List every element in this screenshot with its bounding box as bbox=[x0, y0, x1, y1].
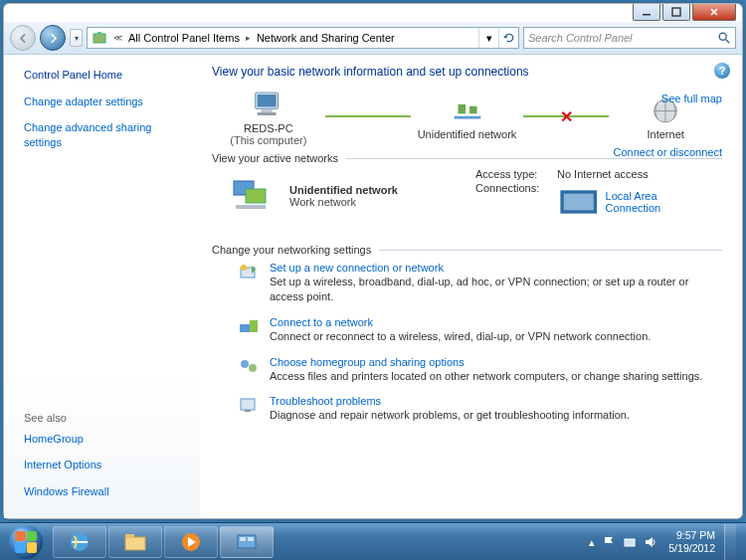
svg-point-20 bbox=[249, 364, 257, 372]
svg-point-19 bbox=[241, 360, 249, 368]
option-homegroup-desc: Access files and printers located on oth… bbox=[270, 369, 702, 384]
back-button[interactable] bbox=[10, 25, 36, 51]
option-connect-link[interactable]: Connect to a network bbox=[270, 316, 651, 328]
system-tray: ▴ 9:57 PM 5/19/2012 bbox=[589, 524, 740, 560]
svg-rect-30 bbox=[625, 539, 635, 546]
svg-rect-21 bbox=[241, 399, 255, 410]
node-this-pc[interactable]: REDS-PC (This computer) bbox=[212, 87, 325, 146]
svg-rect-12 bbox=[246, 189, 266, 203]
option-connect-desc: Connect or reconnect to a wireless, wire… bbox=[270, 329, 651, 344]
taskbar: ▴ 9:57 PM 5/19/2012 bbox=[0, 522, 746, 560]
setup-icon bbox=[238, 262, 260, 283]
network-name: Unidentified network bbox=[289, 184, 398, 196]
svg-rect-8 bbox=[458, 103, 466, 113]
see-also-internet-options[interactable]: Internet Options bbox=[24, 458, 188, 471]
svg-rect-7 bbox=[257, 112, 276, 115]
see-also-firewall[interactable]: Windows Firewall bbox=[24, 484, 188, 498]
see-full-map-link[interactable]: See full map bbox=[661, 93, 722, 104]
option-homegroup-link[interactable]: Choose homegroup and sharing options bbox=[270, 356, 702, 368]
crumb-current[interactable]: Network and Sharing Center bbox=[253, 28, 399, 48]
svg-rect-17 bbox=[240, 324, 250, 332]
see-also-homegroup[interactable]: HomeGroup bbox=[24, 432, 188, 446]
content-body: Control Panel Home Change adapter settin… bbox=[4, 55, 742, 518]
window-frame: ▾ ≪ All Control Panel Items ▸ Network an… bbox=[3, 3, 743, 519]
show-desktop-button[interactable] bbox=[724, 524, 736, 560]
minimize-button[interactable] bbox=[633, 4, 660, 21]
search-icon bbox=[717, 31, 731, 45]
taskbar-control-panel[interactable] bbox=[220, 526, 274, 558]
svg-rect-1 bbox=[93, 34, 105, 43]
main-panel: ? View your basic network information an… bbox=[200, 55, 742, 518]
active-network-box: Unidentified network Work network Access… bbox=[212, 164, 722, 234]
option-setup-desc: Set up a wireless, broadband, dial-up, a… bbox=[270, 275, 722, 304]
connection-link[interactable]: Local Area Connection bbox=[556, 182, 714, 222]
node-internet-label: Internet bbox=[609, 128, 722, 140]
taskbar-ie[interactable] bbox=[53, 526, 106, 558]
connection-name: Local Area Connection bbox=[606, 190, 714, 214]
option-troubleshoot-desc: Diagnose and repair network problems, or… bbox=[270, 408, 630, 423]
connection-good bbox=[325, 115, 411, 117]
section-active-label: View your active networks bbox=[212, 152, 338, 164]
clock[interactable]: 9:57 PM 5/19/2012 bbox=[668, 529, 715, 553]
tray-show-hidden[interactable]: ▴ bbox=[589, 536, 595, 548]
connections-key: Connections: bbox=[475, 182, 556, 222]
lan-icon bbox=[556, 182, 601, 222]
addr-dropdown[interactable]: ▾ bbox=[478, 28, 498, 48]
svg-rect-0 bbox=[672, 8, 680, 16]
option-setup-connection: Set up a new connection or network Set u… bbox=[238, 262, 722, 304]
svg-rect-14 bbox=[562, 192, 595, 212]
taskbar-explorer[interactable] bbox=[108, 526, 162, 558]
crumb-prev[interactable]: All Control Panel Items bbox=[124, 28, 244, 48]
network-name-block[interactable]: Unidentified network Work network bbox=[289, 184, 398, 208]
svg-rect-5 bbox=[257, 94, 276, 106]
network-tray-icon[interactable] bbox=[623, 535, 637, 549]
svg-rect-2 bbox=[97, 32, 101, 35]
network-type: Work network bbox=[289, 196, 398, 208]
network-icon bbox=[230, 175, 280, 217]
volume-icon[interactable] bbox=[644, 535, 657, 549]
option-setup-link[interactable]: Set up a new connection or network bbox=[270, 262, 722, 274]
svg-rect-18 bbox=[250, 320, 258, 332]
flag-icon[interactable] bbox=[602, 535, 616, 549]
node-pc-sub: (This computer) bbox=[212, 134, 325, 146]
start-button[interactable] bbox=[0, 523, 52, 561]
sidebar-link-adapter[interactable]: Change adapter settings bbox=[24, 94, 188, 108]
homegroup-icon bbox=[238, 356, 260, 378]
option-troubleshoot: Troubleshoot problems Diagnose and repai… bbox=[238, 395, 722, 423]
networking-options: Set up a new connection or network Set u… bbox=[238, 262, 722, 423]
search-input[interactable]: Search Control Panel bbox=[523, 27, 736, 49]
crumb-icon[interactable] bbox=[88, 28, 111, 48]
svg-rect-27 bbox=[238, 535, 256, 548]
svg-rect-25 bbox=[125, 534, 134, 538]
sidebar-link-sharing[interactable]: Change advanced sharing settings bbox=[24, 120, 188, 149]
node-network[interactable]: Unidentified network bbox=[411, 93, 524, 140]
refresh-button[interactable] bbox=[498, 28, 518, 48]
windows-orb-icon bbox=[9, 525, 43, 559]
node-pc-label: REDS-PC bbox=[212, 122, 325, 134]
svg-rect-24 bbox=[125, 537, 145, 550]
address-bar[interactable]: ≪ All Control Panel Items ▸ Network and … bbox=[87, 27, 519, 49]
clock-date: 5/19/2012 bbox=[668, 542, 715, 554]
connect-icon bbox=[238, 316, 260, 338]
svg-rect-13 bbox=[236, 205, 266, 209]
connection-bad bbox=[523, 115, 609, 117]
recent-dropdown[interactable]: ▾ bbox=[70, 29, 83, 47]
option-troubleshoot-link[interactable]: Troubleshoot problems bbox=[270, 395, 630, 407]
node-net-label: Unidentified network bbox=[411, 128, 524, 140]
section-change-label: Change your networking settings bbox=[212, 244, 371, 256]
control-panel-home-link[interactable]: Control Panel Home bbox=[24, 69, 188, 81]
access-type-value: No Internet access bbox=[557, 168, 649, 180]
connect-disconnect-link[interactable]: Connect or disconnect bbox=[614, 146, 722, 158]
page-title: View your basic network information and … bbox=[212, 65, 722, 79]
titlebar-buttons bbox=[633, 4, 736, 21]
section-change-settings: Change your networking settings bbox=[212, 244, 722, 256]
search-placeholder: Search Control Panel bbox=[528, 32, 633, 44]
maximize-button[interactable] bbox=[662, 4, 690, 21]
help-icon[interactable]: ? bbox=[714, 63, 730, 79]
see-also-heading: See also bbox=[24, 412, 188, 424]
chevron-icon: ≪ bbox=[111, 33, 124, 43]
svg-point-16 bbox=[241, 265, 247, 271]
close-button[interactable] bbox=[692, 4, 736, 21]
forward-button[interactable] bbox=[40, 25, 66, 51]
taskbar-wmp[interactable] bbox=[164, 526, 218, 558]
